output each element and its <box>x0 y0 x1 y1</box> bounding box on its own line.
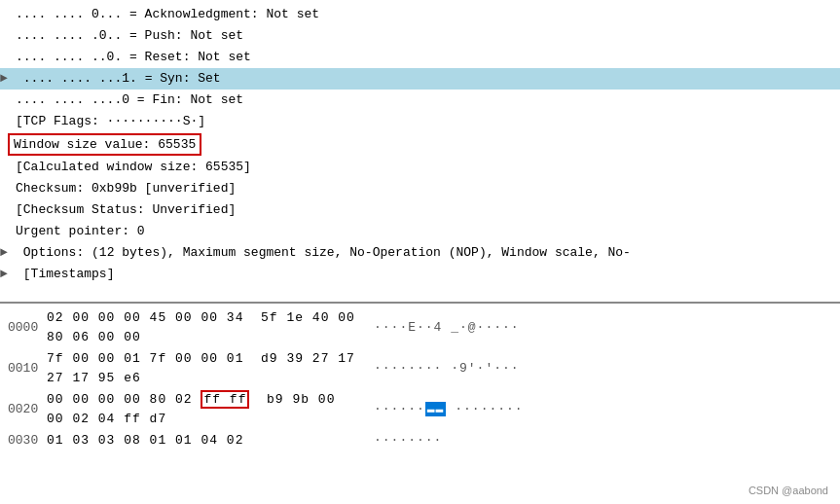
calc-window-text: [Calculated window size: 65535] <box>16 160 251 174</box>
bottom-panel: 0000 02 00 00 00 45 00 00 34 5f 1e 40 00… <box>0 302 840 504</box>
reset-text: .... .... ..0. = Reset: Not set <box>16 50 251 64</box>
ff-ff-highlight: ff ff <box>201 390 249 409</box>
top-panel: .... .... 0... = Acknowledgment: Not set… <box>0 0 840 302</box>
urgent-text: Urgent pointer: 0 <box>16 224 145 238</box>
hex-offset-0000: 0000 <box>8 318 47 338</box>
calc-window-line: [Calculated window size: 65535] <box>0 157 840 178</box>
window-size-line: Window size value: 65535 <box>8 133 201 156</box>
window-size-text: Window size value: 65535 <box>14 137 196 152</box>
expand-arrow-icon: ► <box>0 69 12 89</box>
hex-row-0020: 0020 00 00 00 00 80 02 ff ff b9 9b 00 00… <box>0 389 840 430</box>
hex-bytes-0020: 00 00 00 00 80 02 ff ff b9 9b 00 00 02 0… <box>47 390 358 429</box>
ack-text: .... .... 0... = Acknowledgment: Not set <box>16 7 319 21</box>
hex-ascii-0030: ········ <box>374 431 442 450</box>
hex-row-0030: 0030 01 03 03 08 01 01 04 02 ········ <box>0 430 840 451</box>
syn-text: .... .... ...1. = Syn: Set <box>23 71 221 86</box>
checksum-status-line: [Checksum Status: Unverified] <box>0 199 840 221</box>
syn-line[interactable]: ► .... .... ...1. = Syn: Set <box>0 68 840 90</box>
reset-line: .... .... ..0. = Reset: Not set <box>0 47 840 68</box>
push-text: .... .... .0.. = Push: Not set <box>16 28 243 43</box>
tcp-flags-line: [TCP Flags: ··········S·] <box>0 111 840 132</box>
options-text: Options: (12 bytes), Maximum segment siz… <box>23 245 631 260</box>
timestamps-text: [Timestamps] <box>23 267 115 281</box>
ascii-blue-highlight: ▬▬ <box>425 402 447 416</box>
hex-bytes-0030: 01 03 03 08 01 01 04 02 <box>47 431 358 450</box>
push-line: .... .... .0.. = Push: Not set <box>0 25 840 47</box>
hex-offset-0030: 0030 <box>8 431 47 450</box>
watermark: CSDN @aabond <box>749 485 828 496</box>
checksum-status-text: [Checksum Status: Unverified] <box>16 202 236 217</box>
hex-row-0010: 0010 7f 00 00 01 7f 00 00 01 d9 39 27 17… <box>0 348 840 389</box>
hex-ascii-0020: ······▬▬ ········ <box>374 400 524 419</box>
hex-offset-0020: 0020 <box>8 400 47 419</box>
urgent-line: Urgent pointer: 0 <box>0 221 840 242</box>
checksum-text: Checksum: 0xb99b [unverified] <box>16 181 236 196</box>
options-line[interactable]: ► Options: (12 bytes), Maximum segment s… <box>0 242 840 264</box>
hex-ascii-0000: ····E··4 _·@····· <box>374 318 520 338</box>
hex-ascii-0010: ········ ·9'·'··· <box>374 359 520 378</box>
timestamps-line[interactable]: ► [Timestamps] <box>0 264 840 285</box>
tcp-flags-text: [TCP Flags: ··········S·] <box>16 114 205 128</box>
expand-arrow-options-icon: ► <box>0 243 12 263</box>
window-size-wrapper: Window size value: 65535 <box>0 132 840 157</box>
hex-bytes-0010: 7f 00 00 01 7f 00 00 01 d9 39 27 17 27 1… <box>47 349 358 388</box>
hex-bytes-0000: 02 00 00 00 45 00 00 34 5f 1e 40 00 80 0… <box>47 308 358 347</box>
ack-line: .... .... 0... = Acknowledgment: Not set <box>0 4 840 25</box>
fin-line: .... .... ....0 = Fin: Not set <box>0 90 840 111</box>
expand-arrow-timestamps-icon: ► <box>0 265 12 284</box>
checksum-line: Checksum: 0xb99b [unverified] <box>0 178 840 199</box>
fin-text: .... .... ....0 = Fin: Not set <box>16 92 243 107</box>
hex-row-0000: 0000 02 00 00 00 45 00 00 34 5f 1e 40 00… <box>0 307 840 348</box>
hex-offset-0010: 0010 <box>8 359 47 378</box>
